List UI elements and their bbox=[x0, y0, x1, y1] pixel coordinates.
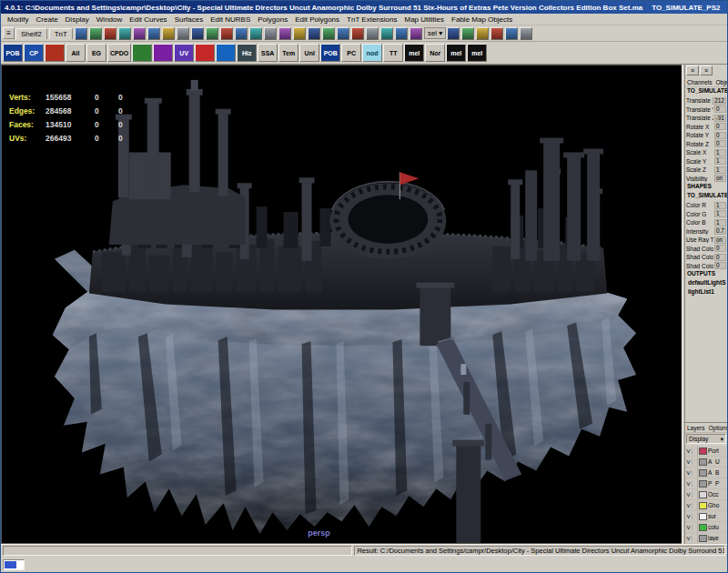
layer-color-swatch[interactable] bbox=[699, 502, 707, 509]
shelf-icon[interactable] bbox=[395, 27, 408, 40]
shelf-menu-icon[interactable]: ≡ bbox=[3, 27, 15, 39]
mel-command-input[interactable] bbox=[3, 546, 352, 556]
shelf-button-eg[interactable]: EG bbox=[86, 44, 106, 62]
layer-visibility-toggle[interactable]: V bbox=[685, 470, 693, 476]
layer-name[interactable]: sur bbox=[708, 513, 727, 519]
channel-value[interactable]: -91 bbox=[714, 115, 726, 122]
channel-value[interactable]: 1 bbox=[714, 149, 726, 156]
shelf-icon[interactable] bbox=[520, 27, 532, 40]
menu-edit-nurbs[interactable]: Edit NURBS bbox=[207, 15, 254, 24]
channel-label[interactable]: Visibility bbox=[686, 176, 713, 182]
shelf-button-mel[interactable]: mel bbox=[404, 44, 424, 62]
title-bar[interactable]: 4.0.1: C:\Documents and Settings\campr\D… bbox=[1, 1, 727, 14]
layer-color-swatch[interactable] bbox=[699, 458, 707, 466]
channel-value[interactable]: 1 bbox=[714, 210, 726, 217]
shelf-tab-shelf2[interactable]: Shelf2 bbox=[15, 28, 47, 39]
layer-type-cell[interactable] bbox=[693, 478, 698, 488]
shelf-button-unl[interactable]: Unl bbox=[299, 44, 319, 62]
layer-name[interactable]: colu bbox=[708, 524, 727, 530]
output-node[interactable]: lightList1 bbox=[685, 288, 727, 297]
shelf-icon[interactable] bbox=[366, 27, 379, 40]
shelf-icon[interactable] bbox=[490, 27, 503, 40]
channel-label[interactable]: Translate Y bbox=[686, 106, 713, 113]
menu-display[interactable]: Display bbox=[62, 15, 93, 24]
selection-mask-dropdown[interactable]: sel ▾ bbox=[424, 27, 446, 39]
command-result-field[interactable]: Result: C:/Documents and Settings/campr/… bbox=[354, 546, 725, 556]
layer-color-swatch[interactable] bbox=[699, 447, 707, 455]
shelf-icon[interactable] bbox=[476, 27, 489, 40]
channel-label[interactable]: Translate Z bbox=[686, 115, 713, 121]
channel-label[interactable]: Color B bbox=[686, 219, 713, 226]
shelf-icon[interactable] bbox=[162, 27, 175, 40]
channel-label[interactable]: Scale X bbox=[686, 149, 713, 156]
shelf-button-pc[interactable]: PC bbox=[341, 44, 361, 62]
shelf-button-mel2[interactable]: mel bbox=[446, 44, 466, 62]
layer-name[interactable]: A_U bbox=[708, 458, 727, 465]
channel-value[interactable]: 0 bbox=[714, 245, 726, 252]
channel-value[interactable]: 1 bbox=[714, 157, 726, 165]
menu-create[interactable]: Create bbox=[33, 15, 62, 24]
shelf-button-nod[interactable]: nod bbox=[362, 44, 382, 62]
object-menu[interactable]: Objec bbox=[715, 79, 727, 85]
menu-edit-polygons[interactable]: Edit Polygons bbox=[291, 15, 343, 24]
channel-label[interactable]: Translate X bbox=[686, 97, 712, 104]
layer-type-cell[interactable] bbox=[693, 489, 698, 499]
layer-visibility-toggle[interactable]: V bbox=[685, 503, 693, 508]
layer-visibility-toggle[interactable]: V bbox=[685, 525, 693, 530]
menu-surfaces[interactable]: Surfaces bbox=[171, 15, 207, 24]
shelf-button-red2-icon[interactable] bbox=[195, 44, 215, 62]
menu-window[interactable]: Window bbox=[93, 15, 126, 24]
layer-type-cell[interactable] bbox=[693, 446, 698, 456]
channel-value[interactable]: 1 bbox=[714, 219, 726, 226]
layer-name[interactable]: Occ bbox=[708, 491, 727, 498]
shelf-button-nor[interactable]: Nor bbox=[425, 44, 445, 62]
menu-edit-curves[interactable]: Edit Curves bbox=[126, 15, 170, 24]
shelf-icon[interactable] bbox=[264, 27, 277, 40]
channel-label[interactable]: Rotate Z bbox=[686, 141, 713, 147]
shelf-icon[interactable] bbox=[410, 27, 422, 40]
menu-modify[interactable]: Modify bbox=[4, 15, 33, 24]
layer-name[interactable]: Gho bbox=[708, 502, 727, 508]
perspective-viewport[interactable]: Verts: 155658 0 0 Edges: 284568 0 0 Face… bbox=[1, 65, 682, 544]
shelf-button-cp[interactable]: CP bbox=[24, 44, 44, 62]
shelf-icon[interactable] bbox=[380, 27, 393, 40]
quick-select-box[interactable] bbox=[3, 559, 25, 570]
shelf-button-cpdo[interactable]: CPDO bbox=[107, 44, 131, 62]
shelf-button-hiz[interactable]: Hiz bbox=[237, 44, 257, 62]
layers-options-menu[interactable]: Options bbox=[709, 425, 727, 431]
shelf-button-pob2[interactable]: POB bbox=[320, 44, 340, 62]
channel-label[interactable]: Shad Color G bbox=[686, 254, 713, 260]
channels-menu[interactable]: Channels bbox=[687, 79, 712, 85]
channel-value[interactable]: 1 bbox=[714, 202, 726, 209]
channel-label[interactable]: Shad Color B bbox=[686, 263, 713, 269]
shelf-button-pob[interactable]: POB bbox=[3, 44, 23, 62]
shelf-button-green-icon[interactable] bbox=[132, 44, 152, 62]
shelf-button-uv[interactable]: UV bbox=[174, 44, 194, 62]
shelf-button-purple-icon[interactable] bbox=[153, 44, 173, 62]
layer-name[interactable]: laye bbox=[708, 535, 727, 541]
menu-tnt-extensions[interactable]: TnT Extensions bbox=[343, 15, 400, 24]
shelf-icon[interactable] bbox=[461, 27, 474, 40]
shelf-button-tt[interactable]: TT bbox=[383, 44, 403, 62]
layer-type-cell[interactable] bbox=[693, 467, 698, 478]
shelf-icon[interactable] bbox=[177, 27, 189, 40]
channel-label[interactable]: Rotate Y bbox=[686, 132, 713, 138]
shelf-icon[interactable] bbox=[293, 27, 306, 40]
shape-node-name[interactable]: TO_SIMULATE... bbox=[685, 192, 727, 201]
shelf-button-tem[interactable]: Tem bbox=[278, 44, 298, 62]
shelf-icon[interactable] bbox=[249, 27, 262, 40]
channel-value[interactable]: 0 bbox=[714, 123, 726, 130]
layer-color-swatch[interactable] bbox=[699, 524, 707, 531]
shelf-button-blue-icon[interactable] bbox=[216, 44, 236, 62]
layer-name[interactable]: P_P bbox=[708, 480, 727, 487]
layer-color-swatch[interactable] bbox=[699, 480, 707, 488]
channel-value[interactable]: 212 bbox=[713, 97, 726, 105]
layer-visibility-toggle[interactable]: V bbox=[685, 536, 693, 541]
channel-label[interactable]: Scale Z bbox=[686, 166, 713, 173]
channel-label[interactable]: Scale Y bbox=[686, 158, 713, 165]
layer-color-swatch[interactable] bbox=[699, 535, 707, 542]
channel-label[interactable]: Rotate X bbox=[686, 124, 713, 130]
channel-value[interactable]: 0 bbox=[714, 106, 726, 113]
channel-value[interactable]: on bbox=[714, 236, 726, 244]
shelf-icon[interactable] bbox=[104, 27, 116, 40]
